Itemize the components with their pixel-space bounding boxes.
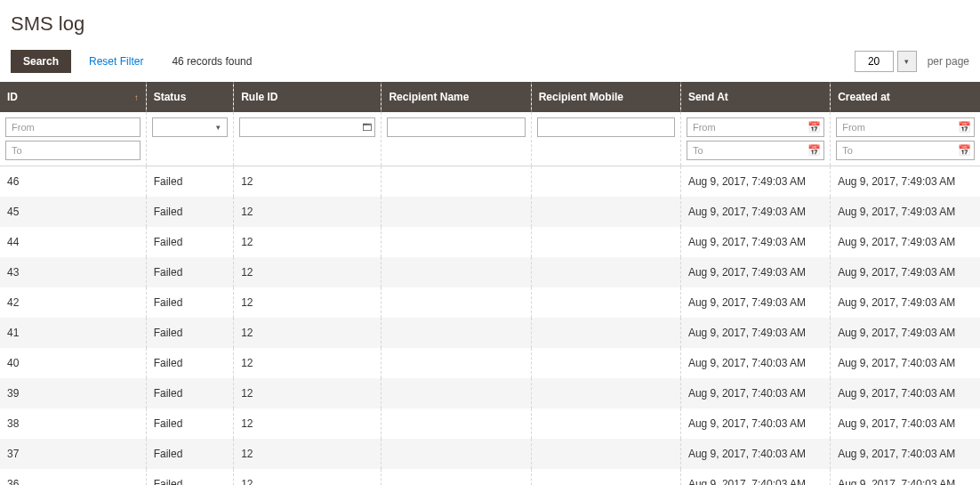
cell-created-at: Aug 9, 2017, 7:40:03 AM: [831, 408, 980, 439]
col-header-recipient-name[interactable]: Recipient Name: [382, 82, 531, 112]
cell-created-at: Aug 9, 2017, 7:49:03 AM: [831, 257, 980, 287]
table-row[interactable]: 38Failed12Aug 9, 2017, 7:40:03 AMAug 9, …: [0, 408, 980, 439]
cell-send-at: Aug 9, 2017, 7:40:03 AM: [680, 439, 830, 469]
filter-created-at-to-input[interactable]: [836, 141, 975, 160]
cell-rule-id: 12: [234, 197, 382, 227]
cell-status: Failed: [146, 439, 234, 469]
cell-rule-id: 12: [234, 408, 382, 439]
table-row[interactable]: 42Failed12Aug 9, 2017, 7:49:03 AMAug 9, …: [0, 287, 980, 318]
col-header-id[interactable]: ID ↑: [0, 82, 146, 112]
col-header-recipient-mobile[interactable]: Recipient Mobile: [531, 82, 680, 112]
filter-created-at-from-input[interactable]: [836, 117, 975, 137]
cell-rule-id: 12: [234, 257, 382, 287]
col-header-rule-id[interactable]: Rule ID: [234, 82, 382, 112]
col-header-status-label: Status: [154, 91, 187, 103]
cell-send-at: Aug 9, 2017, 7:49:03 AM: [680, 197, 830, 227]
cell-status: Failed: [146, 378, 234, 408]
sort-asc-icon: ↑: [134, 93, 139, 102]
cell-recipient-name: [382, 439, 531, 469]
cell-created-at: Aug 9, 2017, 7:49:03 AM: [831, 197, 980, 227]
cell-status: Failed: [146, 408, 234, 439]
table-row[interactable]: 41Failed12Aug 9, 2017, 7:49:03 AMAug 9, …: [0, 318, 980, 348]
cell-created-at: Aug 9, 2017, 7:40:03 AM: [831, 348, 980, 378]
cell-rule-id: 12: [234, 287, 382, 318]
page-size-input[interactable]: [855, 51, 894, 72]
col-header-created-at[interactable]: Created at: [831, 82, 980, 112]
grid-header-row: ID ↑ Status Rule ID Recipient Name Recip…: [0, 82, 980, 112]
cell-id: 36: [0, 469, 146, 485]
cell-send-at: Aug 9, 2017, 7:49:03 AM: [680, 227, 830, 257]
col-header-status[interactable]: Status: [146, 82, 234, 112]
cell-recipient-mobile: [531, 348, 680, 378]
reset-filter-button[interactable]: Reset Filter: [76, 50, 156, 73]
filter-status-select[interactable]: [152, 117, 229, 137]
cell-recipient-mobile: [531, 287, 680, 318]
cell-recipient-mobile: [531, 197, 680, 227]
cell-rule-id: 12: [234, 439, 382, 469]
cell-recipient-name: [382, 197, 531, 227]
search-button[interactable]: Search: [11, 50, 71, 73]
table-row[interactable]: 36Failed12Aug 9, 2017, 7:40:03 AMAug 9, …: [0, 469, 980, 485]
table-row[interactable]: 37Failed12Aug 9, 2017, 7:40:03 AMAug 9, …: [0, 439, 980, 469]
cell-rule-id: 12: [234, 318, 382, 348]
cell-status: Failed: [146, 197, 234, 227]
cell-send-at: Aug 9, 2017, 7:40:03 AM: [680, 348, 830, 378]
cell-send-at: Aug 9, 2017, 7:49:03 AM: [680, 287, 830, 318]
cell-created-at: Aug 9, 2017, 7:49:03 AM: [831, 227, 980, 257]
filter-id-to-input[interactable]: [5, 141, 141, 160]
table-row[interactable]: 43Failed12Aug 9, 2017, 7:49:03 AMAug 9, …: [0, 257, 980, 287]
grid-filter-row: ▾ 🗔 📅 �: [0, 112, 980, 166]
cell-send-at: Aug 9, 2017, 7:49:03 AM: [680, 257, 830, 287]
filter-recipient-name-input[interactable]: [387, 117, 525, 137]
table-row[interactable]: 40Failed12Aug 9, 2017, 7:40:03 AMAug 9, …: [0, 348, 980, 378]
cell-created-at: Aug 9, 2017, 7:40:03 AM: [831, 469, 980, 485]
cell-status: Failed: [146, 287, 234, 318]
cell-created-at: Aug 9, 2017, 7:40:03 AM: [831, 378, 980, 408]
cell-rule-id: 12: [234, 469, 382, 485]
grid-body: 46Failed12Aug 9, 2017, 7:49:03 AMAug 9, …: [0, 166, 980, 486]
sms-log-grid: ID ↑ Status Rule ID Recipient Name Recip…: [0, 82, 980, 485]
page-size-dropdown-button[interactable]: ▾: [897, 51, 917, 72]
cell-status: Failed: [146, 166, 234, 198]
filter-send-at-from-input[interactable]: [687, 117, 824, 137]
cell-created-at: Aug 9, 2017, 7:49:03 AM: [831, 287, 980, 318]
cell-id: 44: [0, 227, 146, 257]
per-page-control: ▾ per page: [855, 51, 969, 72]
col-header-send-at[interactable]: Send At: [680, 82, 830, 112]
cell-recipient-name: [382, 318, 531, 348]
chevron-down-icon: ▾: [904, 57, 909, 66]
cell-recipient-name: [382, 257, 531, 287]
table-row[interactable]: 44Failed12Aug 9, 2017, 7:49:03 AMAug 9, …: [0, 227, 980, 257]
cell-send-at: Aug 9, 2017, 7:40:03 AM: [680, 408, 830, 439]
col-header-rule-id-label: Rule ID: [241, 91, 277, 103]
filter-id-from-input[interactable]: [5, 117, 141, 137]
filter-rule-id-input[interactable]: [239, 117, 375, 137]
cell-status: Failed: [146, 469, 234, 485]
cell-send-at: Aug 9, 2017, 7:49:03 AM: [680, 166, 830, 198]
cell-recipient-name: [382, 469, 531, 485]
filter-send-at-to-input[interactable]: [687, 141, 824, 160]
table-row[interactable]: 45Failed12Aug 9, 2017, 7:49:03 AMAug 9, …: [0, 197, 980, 227]
page-title: SMS log: [0, 0, 980, 43]
cell-id: 39: [0, 378, 146, 408]
cell-rule-id: 12: [234, 378, 382, 408]
filter-recipient-mobile-input[interactable]: [537, 117, 675, 137]
cell-status: Failed: [146, 348, 234, 378]
cell-recipient-mobile: [531, 166, 680, 198]
cell-status: Failed: [146, 318, 234, 348]
cell-id: 46: [0, 166, 146, 198]
cell-recipient-name: [382, 408, 531, 439]
table-row[interactable]: 39Failed12Aug 9, 2017, 7:40:03 AMAug 9, …: [0, 378, 980, 408]
cell-id: 42: [0, 287, 146, 318]
cell-recipient-name: [382, 287, 531, 318]
cell-recipient-mobile: [531, 469, 680, 485]
cell-id: 45: [0, 197, 146, 227]
col-header-send-at-label: Send At: [688, 91, 728, 103]
cell-recipient-name: [382, 227, 531, 257]
table-row[interactable]: 46Failed12Aug 9, 2017, 7:49:03 AMAug 9, …: [0, 166, 980, 198]
cell-rule-id: 12: [234, 166, 382, 198]
cell-rule-id: 12: [234, 227, 382, 257]
cell-send-at: Aug 9, 2017, 7:40:03 AM: [680, 469, 830, 485]
cell-recipient-mobile: [531, 257, 680, 287]
cell-recipient-name: [382, 378, 531, 408]
